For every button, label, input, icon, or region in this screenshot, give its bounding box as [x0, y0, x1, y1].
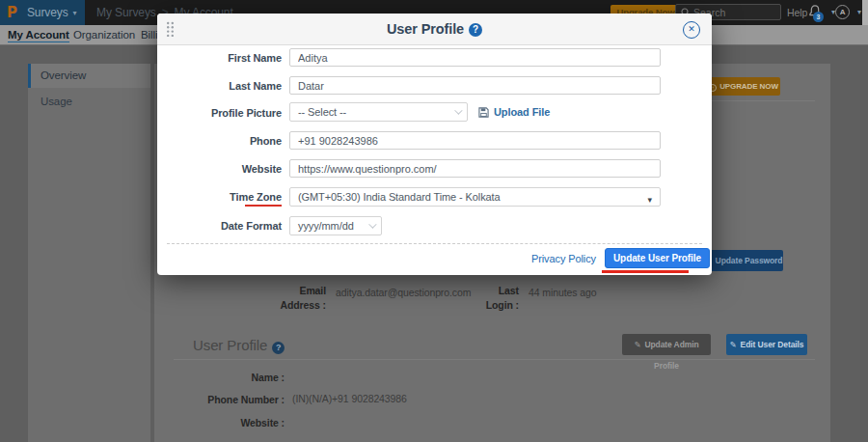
- phone-number-value: (IN)(N/A)+91 9028243986: [292, 393, 407, 404]
- last-login-value: 44 minutes ago: [529, 287, 596, 298]
- time-zone-label: Time Zone: [157, 191, 282, 203]
- update-password-button[interactable]: ✎Update Password: [704, 250, 783, 271]
- chevron-down-icon: ▾: [73, 9, 77, 17]
- email-address-value: aditya.datar@questionpro.com: [336, 287, 471, 298]
- last-name-input[interactable]: [289, 76, 661, 95]
- sidebar-item-usage[interactable]: Usage: [28, 90, 150, 114]
- last-login-label: Last Login :: [480, 284, 519, 312]
- profile-picture-select[interactable]: -- Select --: [289, 102, 468, 122]
- caret-down-icon: ▾: [648, 191, 652, 208]
- last-name-label: Last Name: [157, 80, 282, 92]
- website-input[interactable]: [289, 159, 661, 178]
- modal-title: User Profile?: [157, 14, 712, 45]
- time-zone-select[interactable]: (GMT+05:30) India Standard Time - Kolkat…: [289, 187, 661, 207]
- tab-organization[interactable]: Organization: [73, 29, 135, 41]
- update-user-profile-button[interactable]: Update User Profile: [605, 248, 710, 268]
- first-name-input[interactable]: [289, 48, 661, 67]
- edit-icon: ✎: [634, 340, 640, 349]
- date-format-label: Date Format: [157, 220, 282, 232]
- upload-file-link[interactable]: Upload File: [478, 106, 550, 118]
- app-window: P Surveys ▾ My Surveys>My Account Upgrad…: [0, 0, 868, 442]
- sidebar-item-overview[interactable]: Overview: [28, 64, 150, 88]
- help-link[interactable]: Help: [787, 7, 807, 18]
- edit-icon: ✎: [730, 340, 737, 349]
- phone-input[interactable]: [289, 131, 661, 150]
- date-format-select[interactable]: yyyy/mm/dd: [289, 216, 382, 235]
- profile-picture-label: Profile Picture: [157, 107, 282, 119]
- divider: [174, 359, 815, 360]
- close-icon[interactable]: ✕: [683, 21, 700, 39]
- date-format-selected-value: yyyy/mm/dd: [298, 220, 354, 232]
- user-avatar[interactable]: A: [835, 5, 850, 19]
- edit-user-details-label: Edit User Details: [741, 340, 804, 349]
- website-label: Website: [157, 163, 282, 175]
- upgrade-now-cta-button[interactable]: ↑UPGRADE NOW: [707, 77, 780, 96]
- product-switcher[interactable]: P Surveys ▾: [0, 0, 85, 25]
- chevron-down-icon: [454, 106, 462, 114]
- red-annotation-underline: [245, 205, 282, 207]
- help-question-icon[interactable]: ?: [272, 342, 285, 354]
- product-name: Surveys: [27, 6, 68, 19]
- help-question-icon[interactable]: ?: [469, 23, 482, 37]
- tab-my-account[interactable]: My Account: [8, 29, 69, 42]
- modal-title-text: User Profile: [387, 21, 464, 37]
- update-admin-profile-label: Update Admin Profile: [644, 340, 698, 371]
- phone-number-label: Phone Number :: [188, 393, 285, 407]
- user-profile-section-title: User Profile?: [193, 337, 285, 354]
- sidebar: Overview Usage: [28, 64, 150, 442]
- user-profile-section-label: User Profile: [193, 337, 267, 353]
- floppy-disk-icon: [478, 107, 489, 118]
- breadcrumb-my-surveys[interactable]: My Surveys: [96, 6, 156, 19]
- email-address-label: Email Address :: [268, 284, 326, 312]
- time-zone-selected-value: (GMT+05:30) India Standard Time - Kolkat…: [298, 191, 501, 203]
- chevron-down-icon: [368, 220, 376, 228]
- notification-count-badge: 3: [813, 12, 824, 22]
- chevron-down-icon[interactable]: ▾: [857, 8, 861, 16]
- first-name-label: First Name: [157, 52, 282, 64]
- phone-label: Phone: [157, 135, 282, 147]
- website-label: Website :: [188, 416, 285, 430]
- red-annotation-underline: [602, 270, 689, 273]
- upgrade-now-cta-label: UPGRADE NOW: [719, 82, 778, 91]
- update-admin-profile-button[interactable]: ✎Update Admin Profile: [622, 334, 711, 355]
- name-label: Name :: [188, 371, 285, 385]
- update-password-label: Update Password: [716, 256, 783, 265]
- upload-file-label: Upload File: [494, 106, 550, 118]
- questionpro-logo-icon: P: [7, 4, 17, 21]
- footer-divider: [167, 243, 702, 244]
- privacy-policy-link[interactable]: Privacy Policy: [495, 253, 596, 264]
- profile-picture-selected-value: -- Select --: [298, 106, 346, 118]
- modal-header: User Profile? ✕: [157, 14, 712, 45]
- user-profile-modal: User Profile? ✕ First Name Last Name Pro…: [157, 14, 712, 275]
- edit-user-details-button[interactable]: ✎Edit User Details: [726, 334, 807, 355]
